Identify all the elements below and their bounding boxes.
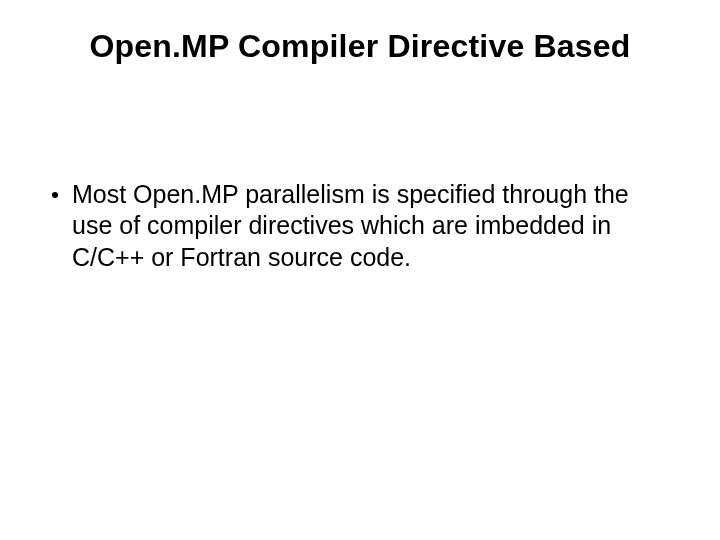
slide-body: Most Open.MP parallelism is specified th…	[50, 179, 670, 273]
bullet-text: Most Open.MP parallelism is specified th…	[72, 179, 670, 273]
bullet-icon	[52, 192, 58, 198]
slide-title: Open.MP Compiler Directive Based	[50, 28, 670, 65]
slide: Open.MP Compiler Directive Based Most Op…	[0, 0, 720, 540]
list-item: Most Open.MP parallelism is specified th…	[52, 179, 670, 273]
